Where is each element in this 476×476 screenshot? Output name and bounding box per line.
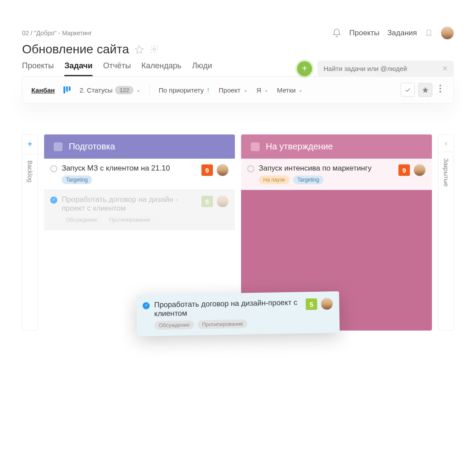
tag[interactable]: Протипирование bbox=[105, 216, 155, 224]
column-header[interactable]: На утверждение bbox=[241, 134, 432, 159]
search-input[interactable]: ✕ bbox=[317, 61, 454, 76]
assignee-avatar[interactable] bbox=[320, 298, 333, 310]
task-checkbox[interactable] bbox=[50, 165, 57, 172]
task-score: 9 bbox=[201, 164, 213, 176]
column-header[interactable]: Подготовка bbox=[44, 134, 235, 159]
tag[interactable]: На паузе bbox=[259, 175, 290, 184]
column-title: На утверждение bbox=[266, 141, 333, 152]
clear-search-icon[interactable]: ✕ bbox=[442, 64, 448, 73]
arrow-up-icon: ↑ bbox=[206, 86, 210, 94]
page-title: Обновление сайта bbox=[22, 42, 129, 56]
task-checkbox[interactable] bbox=[143, 302, 150, 309]
task-score: 9 bbox=[398, 164, 410, 176]
tab-projects[interactable]: Проекты bbox=[22, 61, 54, 76]
view-kanban[interactable]: Канбан bbox=[31, 86, 55, 94]
tab-people[interactable]: Люди bbox=[192, 61, 212, 76]
separator bbox=[149, 85, 150, 95]
tag[interactable]: Обсуждение bbox=[62, 216, 101, 224]
sidebar-closed[interactable]: ‹ Закрытые bbox=[438, 134, 454, 331]
task-score: 5 bbox=[201, 196, 213, 207]
column-checkbox[interactable] bbox=[54, 142, 63, 151]
status-count-badge: 122 bbox=[115, 86, 134, 94]
filter-me[interactable]: Я ⌄ bbox=[257, 86, 268, 94]
task-title: Проработать договор на дизайн - проект с… bbox=[62, 195, 197, 213]
nav-tasks[interactable]: Задания bbox=[387, 29, 417, 37]
closed-label: Закрытые bbox=[443, 152, 450, 193]
filter-project[interactable]: Проект ⌄ bbox=[219, 86, 247, 94]
task-title: Запуск интенсива по маркетингу bbox=[259, 164, 394, 173]
star-icon bbox=[422, 86, 429, 93]
expand-closed-button[interactable]: ‹ bbox=[439, 135, 454, 152]
filter-labels[interactable]: Метки ⌄ bbox=[277, 86, 303, 94]
svg-point-0 bbox=[153, 48, 156, 51]
nav-projects[interactable]: Проекты bbox=[350, 29, 379, 37]
star-icon[interactable] bbox=[134, 45, 144, 54]
column-title: Подготовка bbox=[69, 141, 115, 152]
dragging-card[interactable]: Проработать договор на дизайн-проект с к… bbox=[136, 291, 340, 336]
bookmark-icon[interactable] bbox=[425, 28, 433, 38]
tag[interactable]: Протипирование bbox=[197, 320, 248, 329]
chevron-down-icon: ⌄ bbox=[136, 87, 141, 93]
task-checkbox[interactable] bbox=[247, 165, 254, 172]
assignee-avatar[interactable] bbox=[216, 164, 229, 176]
breadcrumb[interactable]: 02 / "Добро" - Маркетинг bbox=[22, 30, 92, 37]
add-column-button[interactable]: + bbox=[22, 135, 37, 154]
task-score: 5 bbox=[305, 298, 317, 310]
check-icon bbox=[404, 86, 411, 93]
assignee-avatar[interactable] bbox=[413, 164, 426, 176]
task-card[interactable]: Запуск МЗ с клиентом на 21.10 Targeting … bbox=[44, 159, 235, 190]
assignee-avatar[interactable] bbox=[216, 195, 229, 208]
bell-icon[interactable] bbox=[332, 28, 342, 38]
chevron-down-icon: ⌄ bbox=[298, 87, 303, 93]
task-card[interactable]: Запуск интенсива по маркетингу На паузе … bbox=[241, 159, 432, 190]
filter-statuses[interactable]: 2. Статусы 122 ⌄ bbox=[79, 86, 141, 94]
chevron-down-icon: ⌄ bbox=[243, 87, 248, 93]
search-field[interactable] bbox=[324, 65, 442, 72]
tag[interactable]: Targeting bbox=[293, 175, 324, 184]
sidebar-backlog[interactable]: + Backlog bbox=[22, 134, 38, 331]
sort-priority[interactable]: По приоритету ↑ bbox=[159, 86, 210, 94]
more-menu[interactable] bbox=[436, 83, 445, 97]
backlog-label: Backlog bbox=[26, 154, 33, 189]
task-card[interactable]: Проработать договор на дизайн - проект с… bbox=[44, 190, 235, 230]
star-button[interactable] bbox=[418, 83, 432, 97]
task-checkbox[interactable] bbox=[50, 197, 57, 204]
task-title: Проработать договор на дизайн-проект с к… bbox=[154, 298, 301, 318]
chevron-down-icon: ⌄ bbox=[264, 87, 268, 93]
user-avatar[interactable] bbox=[441, 26, 454, 40]
tab-reports[interactable]: Отчёты bbox=[103, 61, 131, 76]
kanban-icon bbox=[63, 86, 71, 93]
add-button[interactable]: + bbox=[297, 61, 312, 76]
tab-calendar[interactable]: Календарь bbox=[141, 61, 182, 76]
gear-icon[interactable] bbox=[149, 45, 159, 54]
check-button[interactable] bbox=[401, 83, 415, 97]
tag[interactable]: Обсуждение bbox=[154, 320, 194, 330]
task-title: Запуск МЗ с клиентом на 21.10 bbox=[62, 164, 197, 173]
column-checkbox[interactable] bbox=[251, 142, 260, 151]
tag[interactable]: Targeting bbox=[62, 175, 92, 184]
tab-tasks[interactable]: Задачи bbox=[64, 61, 93, 76]
